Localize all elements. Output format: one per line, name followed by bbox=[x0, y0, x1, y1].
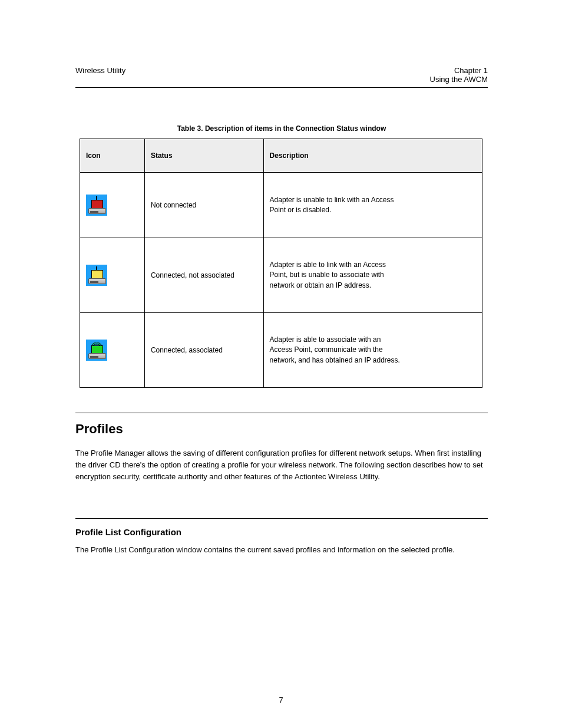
status-cell: Connected, associated bbox=[144, 313, 263, 388]
status-cell: Not connected bbox=[144, 173, 263, 238]
header-left: Wireless Utility bbox=[75, 66, 125, 84]
header-divider bbox=[75, 87, 488, 88]
profile-list-config-heading: Profile List Configuration bbox=[75, 527, 488, 537]
section-divider bbox=[75, 518, 488, 519]
table-header-row: Icon Status Description bbox=[80, 139, 482, 173]
description-cell: Adapter is able to link with an Access P… bbox=[263, 238, 482, 313]
section-divider bbox=[75, 413, 488, 413]
header-right-line2: Using the AWCM bbox=[430, 75, 488, 84]
router-status-red-icon bbox=[86, 195, 107, 216]
status-table: Icon Status Description Not connected bbox=[80, 139, 482, 388]
status-cell: Connected, not associated bbox=[144, 238, 263, 313]
router-status-yellow-icon bbox=[86, 265, 107, 286]
description-cell: Adapter is unable to link with an Access… bbox=[263, 173, 482, 238]
table-row: Not connected Adapter is unable to link … bbox=[80, 173, 482, 238]
col-icon: Icon bbox=[80, 139, 145, 173]
profiles-heading: Profiles bbox=[75, 421, 488, 437]
profile-list-config-paragraph: The Profile List Configuration window co… bbox=[75, 544, 488, 556]
table-row: Connected, associated Adapter is able to… bbox=[80, 313, 482, 388]
page-header: Wireless Utility Chapter 1 Using the AWC… bbox=[75, 66, 488, 87]
description-cell: Adapter is able to associate with an Acc… bbox=[263, 313, 482, 388]
header-right-line1: Chapter 1 bbox=[454, 66, 488, 75]
profiles-paragraph: The Profile Manager allows the saving of… bbox=[75, 447, 488, 483]
col-desc: Description bbox=[263, 139, 482, 173]
col-status: Status bbox=[144, 139, 263, 173]
router-status-green-icon bbox=[86, 340, 107, 361]
table-row: Connected, not associated Adapter is abl… bbox=[80, 238, 482, 313]
page-number: 7 bbox=[0, 696, 562, 704]
table-caption: Table 3. Description of items in the Con… bbox=[75, 124, 488, 133]
